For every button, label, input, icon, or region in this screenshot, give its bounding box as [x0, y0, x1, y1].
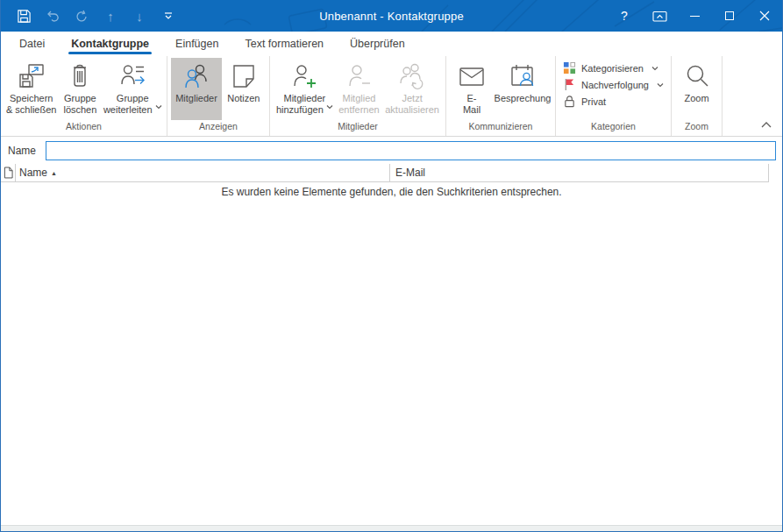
list-header: Name ▲ E-Mail — [1, 164, 769, 182]
categorize-button[interactable]: Kategorisieren — [563, 61, 664, 74]
name-column-header[interactable]: Name ▲ — [16, 164, 389, 181]
chevron-down-icon — [326, 104, 333, 112]
notes-view-button[interactable]: Notizen — [222, 58, 266, 120]
meeting-button[interactable]: Besprechung — [494, 58, 552, 120]
tab-einfuegen[interactable]: Einfügen — [162, 32, 231, 56]
followup-button[interactable]: Nachverfolgung — [563, 78, 664, 91]
ribbon-group-mitglieder: Mitglieder hinzufügen Mitglied entfernen — [270, 56, 446, 136]
contact-group-window: ↑ ↓ Unbenannt - Kontaktgruppe ? — [0, 0, 783, 532]
tab-kontaktgruppe[interactable]: Kontaktgruppe — [58, 32, 162, 56]
remove-member-button: Mitglied entfernen — [336, 58, 383, 120]
email-column-header[interactable]: E-Mail — [389, 164, 768, 181]
tab-ueberpruefen[interactable]: Überprüfen — [337, 32, 418, 56]
group-label-kategorien: Kategorien — [556, 120, 671, 136]
undo-icon[interactable] — [44, 5, 61, 26]
categorize-icon — [563, 61, 576, 74]
redo-icon[interactable] — [73, 5, 90, 26]
group-label-mitglieder: Mitglieder — [270, 120, 445, 136]
minimize-button[interactable] — [677, 0, 712, 32]
window-controls: ? — [607, 0, 782, 32]
ribbon-group-anzeigen: Mitglieder Notizen Anzeigen — [167, 56, 270, 136]
ribbon-display-options-button[interactable] — [642, 0, 677, 32]
zoom-button[interactable]: Zoom — [675, 58, 719, 120]
maximize-button[interactable] — [712, 0, 747, 32]
save-and-close-button[interactable]: Speichern & schließen — [4, 58, 58, 120]
quick-access-toolbar: ↑ ↓ — [1, 5, 177, 26]
move-down-icon[interactable]: ↓ — [131, 5, 148, 26]
chevron-down-icon — [155, 104, 162, 112]
ribbon-tab-bar: Datei Kontaktgruppe Einfügen Text format… — [1, 32, 782, 56]
window-bottom-edge — [1, 525, 782, 531]
titlebar: ↑ ↓ Unbenannt - Kontaktgruppe ? — [1, 0, 782, 32]
item-type-column-header[interactable] — [1, 164, 16, 181]
members-view-button[interactable]: Mitglieder — [171, 58, 222, 120]
group-label-zoom: Zoom — [672, 120, 722, 136]
group-label-anzeigen: Anzeigen — [167, 120, 269, 136]
empty-list-message: Es wurden keine Elemente gefunden, die d… — [1, 182, 782, 198]
ribbon-group-aktionen: Speichern & schließen Gruppe löschen — [1, 56, 167, 136]
collapse-ribbon-icon[interactable] — [759, 118, 773, 131]
save-icon[interactable] — [15, 5, 32, 26]
lock-icon — [563, 95, 576, 108]
forward-group-button[interactable]: Gruppe weiterleiten — [102, 58, 163, 120]
add-members-button[interactable]: Mitglieder hinzufügen — [274, 58, 336, 120]
move-up-icon[interactable]: ↑ — [102, 5, 119, 26]
chevron-down-icon — [657, 82, 664, 88]
flag-icon — [563, 78, 576, 91]
name-field-label: Name — [8, 145, 36, 157]
sort-ascending-icon: ▲ — [51, 170, 57, 176]
group-label-kommunizieren: Kommunizieren — [446, 120, 555, 136]
ribbon: Speichern & schließen Gruppe löschen — [1, 56, 782, 137]
ribbon-group-kategorien: Kategorisieren Nachverfolgung Privat — [556, 56, 672, 136]
chevron-down-icon — [651, 66, 658, 71]
close-button[interactable] — [747, 0, 782, 32]
update-now-button: Jetzt aktualisieren — [382, 58, 442, 120]
tab-datei[interactable]: Datei — [6, 32, 58, 56]
ribbon-group-zoom: Zoom Zoom — [672, 56, 722, 136]
tab-text-formatieren[interactable]: Text formatieren — [231, 32, 337, 56]
member-list: Name ▲ E-Mail Es wurden keine Elemente g… — [1, 164, 782, 525]
ribbon-group-kommunizieren: E- Mail Besprechung Kommunizieren — [446, 56, 556, 136]
document-icon — [4, 167, 13, 179]
group-label-aktionen: Aktionen — [1, 120, 167, 136]
email-button[interactable]: E- Mail — [450, 58, 494, 120]
delete-group-button[interactable]: Gruppe löschen — [58, 58, 102, 120]
group-name-input[interactable] — [46, 141, 776, 160]
help-button[interactable]: ? — [607, 0, 642, 32]
name-field-row: Name — [1, 137, 782, 164]
customize-quick-access-icon[interactable] — [160, 5, 177, 26]
private-button[interactable]: Privat — [563, 95, 664, 108]
